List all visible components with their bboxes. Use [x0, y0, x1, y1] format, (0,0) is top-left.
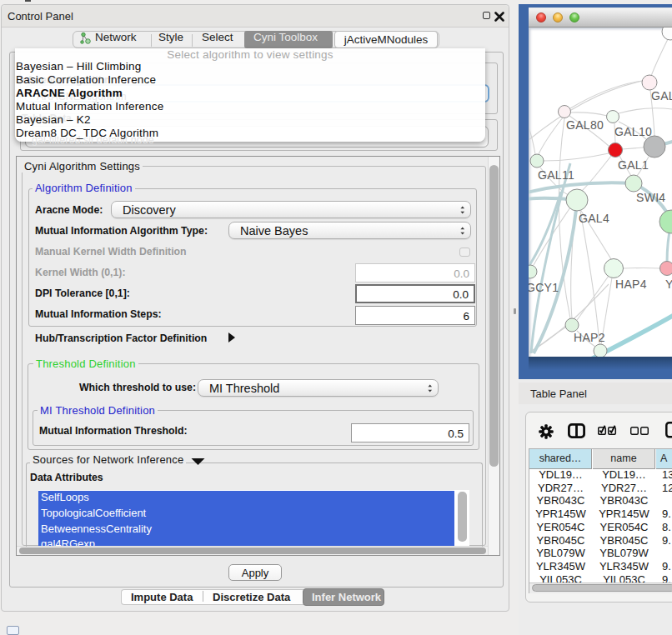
svg-text:HAP2: HAP2 [574, 331, 605, 344]
svg-text:GAL80: GAL80 [566, 118, 604, 132]
svg-text:GAL11: GAL11 [538, 168, 574, 182]
svg-text:GCY1: GCY1 [529, 281, 559, 294]
svg-text:SWI4: SWI4 [636, 191, 665, 204]
svg-text:HAP4: HAP4 [615, 278, 647, 291]
svg-text:GAL1: GAL1 [618, 158, 649, 172]
svg-text:GAL2: GAL2 [651, 89, 672, 102]
svg-text:Y: Y [665, 278, 672, 291]
svg-text:GAL10: GAL10 [614, 125, 652, 138]
svg-text:GAL4: GAL4 [579, 212, 609, 225]
